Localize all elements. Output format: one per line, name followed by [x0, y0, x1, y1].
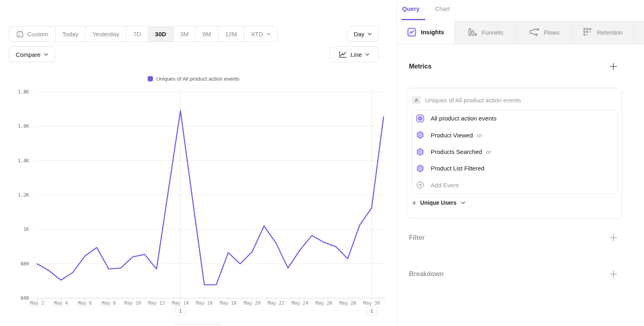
hash-icon: # [413, 200, 416, 206]
add-filter-button[interactable] [609, 233, 618, 243]
event-row[interactable]: Product Viewedor [412, 127, 617, 143]
report-type-tabs: InsightsFunnelsFlowsRetention [397, 21, 644, 44]
funnels-icon [468, 27, 477, 37]
x-axis-label: May 22 [268, 300, 285, 306]
x-axis-label: May 16 [196, 300, 213, 306]
metrics-section-title: Metrics [409, 63, 431, 70]
all-events-icon [416, 114, 424, 123]
x-axis-label: May 26 [316, 300, 332, 306]
active-tab-underline [401, 19, 425, 20]
tab-query[interactable]: Query [402, 5, 419, 12]
y-axis-label: 1.4K [18, 158, 29, 164]
x-axis-label: May 4 [54, 300, 68, 306]
y-axis-label: 800 [21, 261, 29, 267]
y-axis-label: 1K [23, 226, 29, 232]
breakdown-section-title: Breakdown [409, 270, 444, 278]
tab-label: Funnels [482, 29, 503, 36]
metric-card: A Uniques of All product action events A… [407, 88, 622, 219]
event-or-operator: or [477, 132, 482, 139]
event-row[interactable]: Products Searchedor [412, 143, 617, 160]
tab-chart[interactable]: Chart [435, 5, 450, 12]
add-metric-button[interactable] [609, 62, 618, 71]
x-axis-label: May 18 [220, 300, 237, 306]
event-or-operator: or [486, 148, 491, 155]
x-axis-label: May 10 [124, 300, 141, 306]
tab-label: Insights [421, 29, 444, 35]
y-axis-label: 1.8K [18, 89, 29, 95]
x-axis-label: May 12 [148, 300, 165, 306]
chevron-down-icon [461, 201, 465, 204]
annotation-badge[interactable]: 1 [175, 305, 186, 316]
add-circle-icon [416, 181, 424, 189]
event-row[interactable]: All product action events [412, 110, 617, 127]
y-axis-label: 1.2K [18, 192, 29, 198]
tab-insights[interactable]: Insights [397, 21, 454, 44]
event-row[interactable]: Product List Filtered [412, 160, 617, 176]
x-axis-label: May 20 [244, 300, 261, 306]
tab-retention[interactable]: Retention [572, 21, 634, 44]
event-name: Products Searched [431, 148, 482, 155]
tab-flows[interactable]: Flows [517, 21, 572, 44]
retention-icon [583, 27, 592, 37]
event-name: Add Event [431, 182, 458, 189]
add-breakdown-button[interactable] [609, 269, 618, 279]
aggregation-label: Unique Users [420, 199, 456, 206]
event-name: Product List Filtered [431, 165, 484, 172]
tab-funnels[interactable]: Funnels [454, 21, 517, 44]
x-axis-label: May 2 [30, 300, 44, 306]
insights-icon [407, 27, 417, 37]
aggregation-dropdown[interactable]: # Unique Users [413, 199, 465, 206]
add-event-button[interactable]: Add Event [412, 177, 617, 193]
x-axis-label: May 14 [172, 300, 189, 306]
event-hexagon-icon [416, 148, 424, 156]
metric-series-badge: A [412, 96, 421, 104]
filter-section-title: Filter [409, 234, 425, 241]
clipped-bottom-panel [174, 324, 222, 326]
y-axis-label: 1.6K [18, 123, 29, 129]
x-axis-label: May 28 [339, 300, 356, 306]
line-chart: 6008001K1.2K1.4K1.6K1.8KMay 2May 4May 6M… [0, 0, 396, 326]
metric-title[interactable]: Uniques of All product action events [425, 97, 521, 104]
tab-bar-filler [634, 21, 644, 44]
event-name: All product action events [431, 115, 496, 122]
event-hexagon-icon [416, 164, 424, 172]
event-name: Product Viewed [431, 132, 473, 139]
series-line [37, 111, 384, 285]
y-axis-label: 600 [21, 295, 29, 301]
x-axis-label: May 30 [363, 300, 380, 306]
tab-label: Flows [544, 29, 559, 36]
event-list: All product action eventsProduct Viewedo… [412, 110, 618, 194]
query-builder-panel: Query Chart InsightsFunnelsFlowsRetentio… [396, 0, 644, 326]
x-axis-label: May 24 [291, 300, 308, 306]
x-axis-label: May 8 [102, 300, 116, 306]
tab-label: Retention [597, 29, 623, 36]
flows-icon [529, 27, 539, 37]
annotation-badge[interactable]: 1 [367, 305, 377, 316]
event-hexagon-icon [416, 131, 424, 139]
x-axis-label: May 6 [78, 300, 92, 306]
